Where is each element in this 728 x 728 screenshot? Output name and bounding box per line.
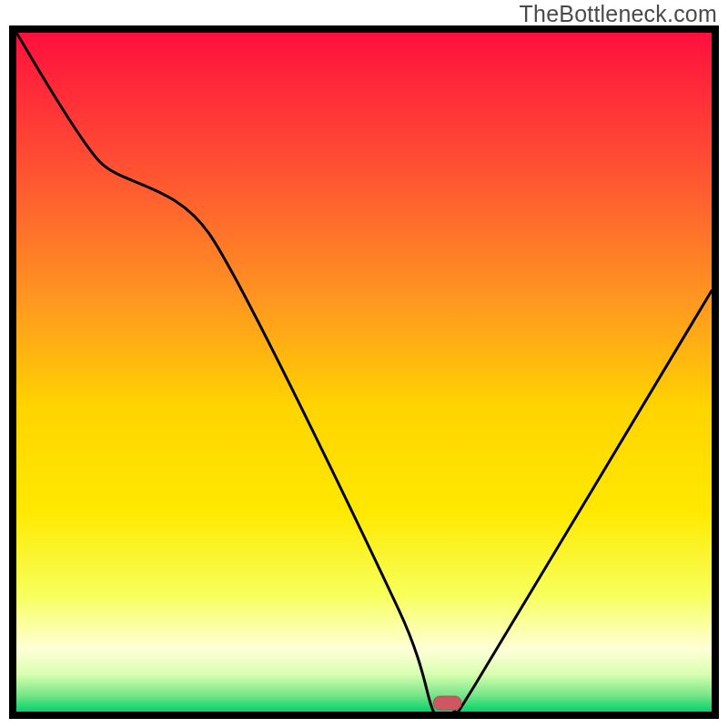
optimal-marker bbox=[433, 696, 461, 710]
watermark-text: TheBottleneck.com bbox=[520, 1, 717, 27]
chart-container: TheBottleneck.com bbox=[0, 0, 728, 728]
plot-background bbox=[9, 25, 719, 719]
chart-frame bbox=[9, 25, 719, 719]
bottleneck-chart bbox=[9, 25, 719, 719]
